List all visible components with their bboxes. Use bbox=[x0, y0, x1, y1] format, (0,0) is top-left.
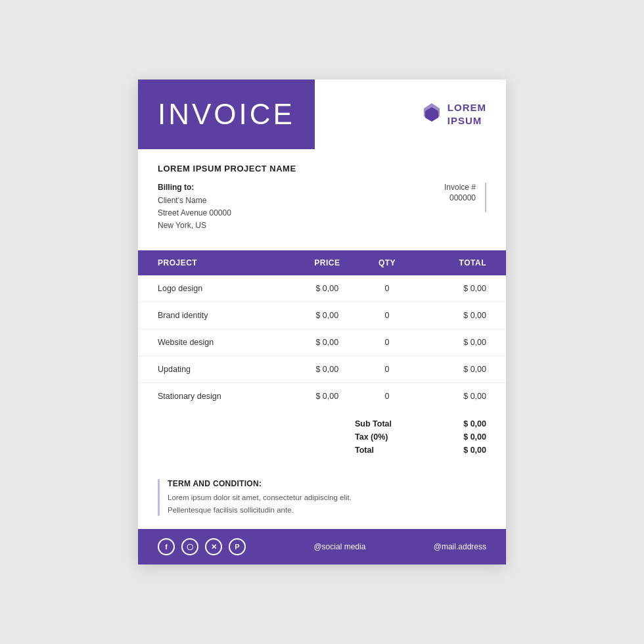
cell-price: $ 0,00 bbox=[294, 329, 361, 356]
billing-row: Billing to: Client's Name Street Avenue … bbox=[158, 183, 486, 233]
invoice-num-label: Invoice # bbox=[444, 183, 476, 192]
invoice-divider bbox=[485, 183, 486, 212]
footer-mail-handle: @mail.address bbox=[434, 542, 486, 551]
logo-text: LOREMIPSUM bbox=[448, 101, 486, 127]
instagram-icon: ◯ bbox=[181, 538, 198, 555]
table-row: Stationary design $ 0,00 0 $ 0,00 bbox=[138, 383, 506, 410]
invoice-title-block: INVOICE bbox=[138, 80, 315, 149]
tax-label: Tax (0%) bbox=[355, 432, 388, 442]
total-value: $ 0,00 bbox=[463, 446, 486, 455]
totals-table: Sub Total $ 0,00 Tax (0%) $ 0,00 Total $… bbox=[355, 417, 486, 457]
cell-price: $ 0,00 bbox=[294, 275, 361, 302]
tax-row: Tax (0%) $ 0,00 bbox=[355, 430, 486, 444]
cell-project: Logo design bbox=[138, 275, 294, 302]
cell-qty: 0 bbox=[361, 329, 413, 356]
cell-total: $ 0,00 bbox=[413, 302, 506, 329]
cell-total: $ 0,00 bbox=[413, 356, 506, 383]
table-row: Updating $ 0,00 0 $ 0,00 bbox=[138, 356, 506, 383]
table-header-row: PROJECT PRICE QTY TOTAL bbox=[138, 250, 506, 275]
invoice-footer: f ◯ ✕ P @social media @mail.address bbox=[138, 529, 506, 564]
cell-project: Stationary design bbox=[138, 383, 294, 410]
project-name: LOREM IPSUM PROJECT NAME bbox=[158, 164, 486, 173]
cell-total: $ 0,00 bbox=[413, 275, 506, 302]
footer-social-icons: f ◯ ✕ P bbox=[158, 538, 246, 555]
invoice-num-text: Invoice # 000000 bbox=[444, 183, 476, 202]
terms-section: TERM AND CONDITION: Lorem ipsum dolor si… bbox=[138, 469, 506, 529]
cell-price: $ 0,00 bbox=[294, 383, 361, 410]
terms-text-line1: Lorem ipsum dolor sit amet, consectetur … bbox=[168, 492, 352, 503]
invoice-title: INVOICE bbox=[158, 98, 295, 131]
terms-text-line2: Pellentesque facilisis sollicitudin ante… bbox=[168, 504, 352, 516]
invoice-info: LOREM IPSUM PROJECT NAME Billing to: Cli… bbox=[138, 149, 506, 244]
billing-address: Street Avenue 00000 bbox=[158, 207, 444, 219]
cell-total: $ 0,00 bbox=[413, 383, 506, 410]
billing-left: Billing to: Client's Name Street Avenue … bbox=[158, 183, 444, 233]
terms-title: TERM AND CONDITION: bbox=[168, 479, 352, 488]
col-header-qty: QTY bbox=[361, 250, 413, 275]
terms-border bbox=[158, 479, 160, 516]
footer-social-handle: @social media bbox=[313, 542, 365, 551]
table-row: Logo design $ 0,00 0 $ 0,00 bbox=[138, 275, 506, 302]
col-header-project: PROJECT bbox=[138, 250, 294, 275]
cell-project: Website design bbox=[138, 329, 294, 356]
table-row: Website design $ 0,00 0 $ 0,00 bbox=[138, 329, 506, 356]
subtotal-value: $ 0,00 bbox=[463, 419, 486, 428]
cell-qty: 0 bbox=[361, 275, 413, 302]
invoice-num-value: 000000 bbox=[444, 193, 476, 202]
invoice-document: INVOICE LOREMIPSUM LOREM IPSUM PROJECT N… bbox=[138, 80, 506, 564]
subtotal-label: Sub Total bbox=[355, 419, 392, 428]
table-row: Brand identity $ 0,00 0 $ 0,00 bbox=[138, 302, 506, 329]
totals-section: Sub Total $ 0,00 Tax (0%) $ 0,00 Total $… bbox=[138, 409, 506, 469]
billing-name: Client's Name bbox=[158, 195, 444, 207]
billing-city: New York, US bbox=[158, 219, 444, 232]
total-label: Total bbox=[355, 446, 374, 455]
subtotal-row: Sub Total $ 0,00 bbox=[355, 417, 486, 430]
col-header-price: PRICE bbox=[294, 250, 361, 275]
cell-project: Updating bbox=[138, 356, 294, 383]
cell-price: $ 0,00 bbox=[294, 356, 361, 383]
col-header-total: TOTAL bbox=[413, 250, 506, 275]
billing-label: Billing to: bbox=[158, 183, 444, 192]
cell-project: Brand identity bbox=[138, 302, 294, 329]
invoice-number-block: Invoice # 000000 bbox=[444, 183, 486, 212]
logo-icon bbox=[421, 102, 442, 127]
facebook-icon: f bbox=[158, 538, 175, 555]
cell-qty: 0 bbox=[361, 356, 413, 383]
invoice-logo-block: LOREMIPSUM bbox=[315, 80, 506, 149]
cell-price: $ 0,00 bbox=[294, 302, 361, 329]
cell-qty: 0 bbox=[361, 302, 413, 329]
cell-total: $ 0,00 bbox=[413, 329, 506, 356]
cell-qty: 0 bbox=[361, 383, 413, 410]
terms-content: TERM AND CONDITION: Lorem ipsum dolor si… bbox=[168, 479, 352, 516]
pinterest-icon: P bbox=[229, 538, 246, 555]
tax-value: $ 0,00 bbox=[463, 432, 486, 442]
invoice-header: INVOICE LOREMIPSUM bbox=[138, 80, 506, 149]
x-icon: ✕ bbox=[205, 538, 222, 555]
invoice-table: PROJECT PRICE QTY TOTAL Logo design $ 0,… bbox=[138, 250, 506, 409]
total-row: Total $ 0,00 bbox=[355, 444, 486, 457]
